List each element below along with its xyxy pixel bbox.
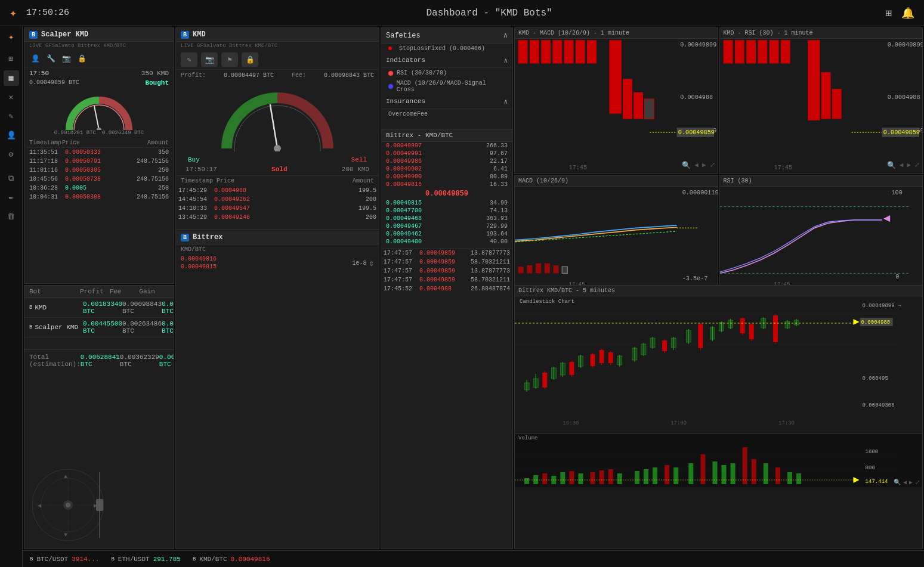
svg-rect-26 (746, 40, 756, 63)
svg-rect-44 (554, 265, 559, 273)
rsi-arrow-left-icon[interactable]: ◀ (900, 161, 904, 170)
sidebar-item-grid[interactable]: ▦ (4, 70, 19, 86)
zoom-out-icon[interactable]: 🔍 (682, 161, 691, 170)
rsi-arrow-right-icon[interactable]: ▶ (907, 161, 911, 170)
indicators-collapse-icon[interactable]: ∧ (503, 57, 508, 64)
rsi-line-chart: RSI (30) 100 0 17:45 (719, 175, 923, 289)
sidebar-item-home[interactable]: ⊞ (4, 51, 19, 67)
svg-rect-82 (560, 363, 565, 375)
btc-candlestick-label: Candlestick Chart (520, 299, 574, 305)
svg-rect-32 (832, 89, 841, 119)
buy-label: Buy (188, 156, 200, 163)
volume-area: Volume (515, 433, 922, 487)
tb-camera-icon[interactable]: 📷 (60, 52, 72, 64)
svg-rect-10 (564, 40, 574, 63)
kmd-tb-camera[interactable]: 📷 (201, 52, 218, 67)
trade-row-6: 10:04:310.00050308248.75156 (27, 193, 171, 202)
bot-row-scalper: B Scalper KMD 0.00445500 BTC 0.00263486 … (24, 318, 174, 337)
svg-rect-96 (632, 348, 637, 360)
macd-title: KMD - MACD (10/26/9) - 1 minute (515, 28, 718, 39)
svg-text:0.00049859: 0.00049859 (883, 129, 919, 136)
svg-text:0.0004988: 0.0004988 (680, 94, 713, 101)
svg-rect-11 (576, 40, 585, 63)
kmd-title: KMD (193, 30, 206, 39)
svg-rect-152 (644, 469, 648, 484)
tb-person-icon[interactable]: 👤 (29, 52, 41, 64)
vol-left-icon[interactable]: ◀ (903, 479, 907, 486)
sidebar-item-person[interactable]: 👤 (4, 128, 19, 143)
scalper-btc: 0.00049859 BTC (29, 79, 79, 86)
ob-ask-2: 0.0004999197.67 (381, 150, 512, 157)
ob-bid-6: 0.0004940040.00 (381, 238, 512, 246)
svg-rect-7 (530, 40, 539, 63)
macd-chart: KMD - MACD (10/26/9) - 1 minute (514, 27, 718, 174)
vol-expand-icon[interactable]: ⤢ (915, 479, 920, 486)
ob-trade-4: 17:47:570.0004985958.70321211 (381, 275, 512, 284)
arrow-right-icon[interactable]: ▶ (702, 161, 706, 170)
svg-text:0.0004988: 0.0004988 (861, 319, 891, 326)
svg-rect-68 (96, 499, 103, 511)
svg-marker-171 (853, 477, 859, 483)
sidebar-item-trash[interactable]: 🗑 (4, 209, 19, 224)
arrow-left-icon[interactable]: ◀ (694, 161, 699, 170)
ob-bid-3: 0.00049468363.93 (381, 215, 512, 222)
sidebar-item-edit[interactable]: ✎ (4, 109, 19, 124)
bittrex-title: Bittrex (193, 233, 222, 241)
insurances-header: Insurances ∧ (381, 95, 512, 109)
safeties-collapse-icon[interactable]: ∧ (503, 31, 508, 40)
scalper-badge: B (29, 31, 38, 39)
profit-label: Profit: (181, 72, 206, 79)
sidebar-item-pen[interactable]: ✒ (4, 190, 19, 205)
svg-rect-146 (578, 473, 583, 484)
bittrex-price2: 0.00049815 (181, 264, 217, 270)
svg-rect-86 (578, 356, 583, 367)
rsi-expand-icon[interactable]: ⤢ (914, 161, 920, 170)
vol-zoom-icon[interactable]: 🔍 (894, 479, 901, 486)
topbar: ✦ 17:50:26 Dashboard - "KMD Bots" ⊞ 🔔 (0, 0, 924, 26)
svg-rect-28 (769, 40, 778, 63)
ob-trade-5: 17:45:520.000498826.88487874 (381, 284, 512, 293)
kmd-tb-edit[interactable]: ✎ (181, 52, 197, 67)
svg-rect-27 (758, 40, 767, 63)
ob-bid-1: 0.0004981534.99 (381, 199, 512, 207)
tb-wrench-icon[interactable]: 🔧 (45, 52, 57, 64)
svg-text:◀: ◀ (38, 503, 41, 509)
sidebar-item-settings[interactable]: ⚙ (4, 147, 19, 162)
ob-trade-2: 17:47:570.0004985958.70321211 (381, 258, 512, 267)
svg-rect-76 (533, 379, 538, 388)
svg-rect-155 (673, 467, 678, 484)
svg-text:0.00049859: 0.00049859 (678, 129, 715, 136)
svg-rect-80 (551, 368, 556, 379)
monitor-icon[interactable]: ⊞ (885, 7, 892, 20)
tb-lock-icon[interactable]: 🔒 (76, 52, 88, 64)
kmd-tb-lock[interactable]: 🔒 (242, 52, 258, 67)
svg-rect-150 (617, 473, 622, 484)
svg-rect-100 (650, 338, 655, 348)
svg-text:▲: ▲ (64, 473, 67, 480)
kmd-tb-flag[interactable]: ⚑ (221, 52, 238, 67)
svg-rect-25 (734, 40, 744, 63)
svg-text:0.00049306: 0.00049306 (863, 402, 895, 408)
scalper-time: 17:50 (29, 70, 49, 77)
tick-arrows-icon[interactable]: ⇕ (369, 258, 374, 268)
expand-icon[interactable]: ⤢ (710, 161, 715, 170)
svg-text:17:45: 17:45 (774, 165, 792, 171)
svg-text:1600: 1600 (866, 448, 879, 455)
vol-right-icon[interactable]: ▶ (909, 479, 913, 486)
trade-row-1: 11:35:510.00050333350 (27, 148, 171, 157)
ob-bid-4: 0.00049467729.99 (381, 222, 512, 230)
svg-rect-41 (527, 265, 532, 273)
sell-label: Sell (351, 156, 367, 163)
bell-icon[interactable]: 🔔 (901, 7, 914, 20)
safeties-panel: Safeties ∧ StopLossFixed (0.000486) Indi… (381, 27, 513, 549)
rsi-zoom-icon[interactable]: 🔍 (887, 161, 896, 170)
status-btc-usdt: B BTC/USDT 3914... (30, 556, 99, 563)
sidebar-item-close[interactable]: ✕ (4, 89, 19, 105)
sidebar-item-copy[interactable]: ⧉ (4, 171, 19, 186)
insurances-collapse-icon[interactable]: ∧ (503, 98, 508, 106)
ob-trade-3: 17:47:570.0004985913.87877773 (381, 267, 512, 275)
bot-row-kmd: B KMD 0.00183340 BTC 0.00098843 BTC 0.00… (24, 298, 174, 318)
insurance-overcomefee: OvercomeFee (381, 109, 512, 119)
trade-row-3: 11:01:160.00050305250 (27, 166, 171, 175)
indicator-macd: MACD (10/26/9/MACD-Signal Cross (381, 78, 512, 95)
